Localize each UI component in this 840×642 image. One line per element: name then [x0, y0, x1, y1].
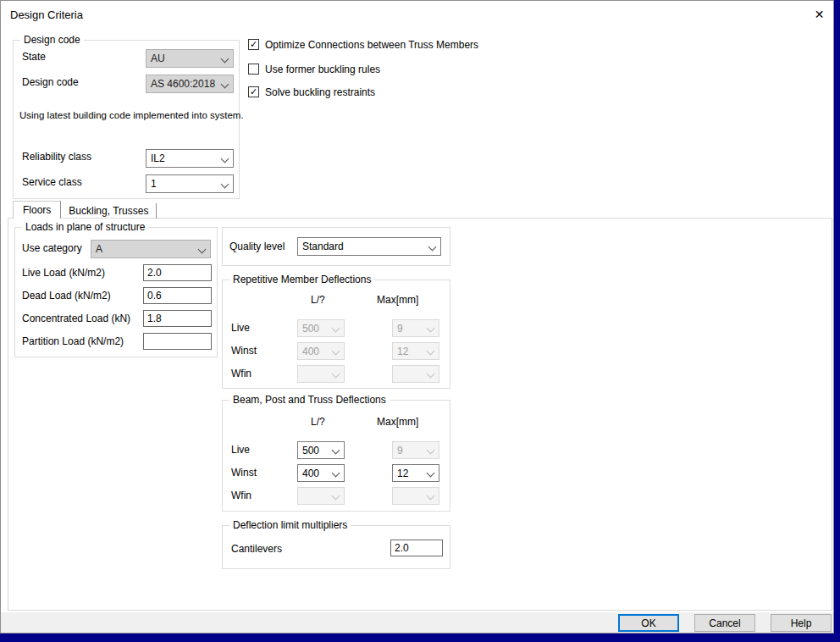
beam-wfin-label: Wfin [231, 490, 251, 501]
chevron-down-icon [428, 243, 437, 252]
checkbox-box: ✓ [248, 39, 259, 50]
beam-winst-l-value: 400 [302, 468, 319, 479]
beam-live-l-dropdown[interactable]: 500 [297, 441, 345, 459]
loads-group: Loads in plane of structure Use category… [14, 227, 218, 357]
repetitive-col-l-header: L/? [311, 294, 325, 306]
cantilevers-label: Cantilevers [231, 543, 282, 555]
service-class-dropdown[interactable]: 1 [146, 174, 234, 193]
service-class-label: Service class [22, 176, 82, 188]
checkbox-box [248, 64, 259, 75]
beam-winst-max-value: 12 [397, 468, 408, 479]
beam-deflections-group: Beam, Post and Truss Deflections L/? Max… [222, 400, 450, 512]
design-code-note: Using latest building code implemented i… [19, 110, 244, 120]
service-class-value: 1 [151, 178, 157, 190]
dead-load-input[interactable] [143, 287, 212, 304]
window-title: Design Criteria [10, 8, 83, 21]
multipliers-group-label: Deflection limit multipliers [229, 519, 351, 531]
quality-level-value: Standard [302, 241, 344, 252]
repetitive-winst-max-value: 12 [397, 346, 408, 357]
floors-tab-page: Loads in plane of structure Use category… [8, 218, 832, 611]
tab-buckling-trusses-label: Buckling, Trusses [69, 205, 148, 217]
repetitive-live-max-dropdown: 9 [392, 319, 439, 337]
checkmark-icon: ✓ [250, 87, 257, 97]
tab-buckling-trusses[interactable]: Buckling, Trusses [61, 203, 157, 219]
beam-winst-l-dropdown[interactable]: 400 [297, 464, 345, 482]
chevron-down-icon [332, 469, 340, 478]
chevron-down-icon [427, 469, 435, 478]
checkbox-box: ✓ [248, 86, 259, 97]
repetitive-winst-l-value: 400 [302, 346, 319, 357]
tab-floors[interactable]: Floors [13, 201, 61, 219]
beam-wfin-max-dropdown [392, 487, 439, 505]
titlebar: Design Criteria ✕ [1, 1, 833, 28]
state-value: AU [151, 53, 165, 64]
chevron-down-icon [427, 446, 435, 455]
reliability-class-value: IL2 [151, 152, 165, 164]
reliability-class-label: Reliability class [22, 151, 91, 163]
design-code-group-label: Design code [20, 34, 84, 46]
repetitive-live-max-value: 9 [397, 323, 403, 335]
reliability-class-dropdown[interactable]: IL2 [146, 149, 234, 168]
optimize-connections-checkbox[interactable]: ✓ Optimize Connections between Truss Mem… [248, 38, 478, 51]
beam-live-l-value: 500 [302, 445, 319, 457]
design-code-dropdown[interactable]: AS 4600:2018 [146, 75, 234, 93]
repetitive-deflections-group: Repetitive Member Deflections L/? Max[mm… [222, 279, 450, 389]
former-buckling-label: Use former buckling rules [265, 64, 380, 75]
repetitive-wfin-max-dropdown [392, 365, 439, 383]
design-code-value: AS 4600:2018 [151, 78, 215, 90]
quality-level-box: Quality level Standard [222, 227, 450, 266]
design-code-group: Design code State AU Design code AS 4600… [13, 40, 240, 199]
concentrated-load-label: Concentrated Load (kN) [22, 313, 130, 324]
help-button[interactable]: Help [771, 614, 832, 632]
chevron-down-icon [427, 324, 435, 333]
beam-group-label: Beam, Post and Truss Deflections [229, 394, 390, 406]
partition-load-input[interactable] [143, 333, 212, 350]
chevron-down-icon [427, 347, 435, 356]
beam-live-label: Live [231, 444, 250, 456]
beam-wfin-l-dropdown [297, 487, 345, 505]
chevron-down-icon [427, 370, 435, 379]
use-category-label: Use category [22, 242, 82, 254]
repetitive-group-label: Repetitive Member Deflections [229, 274, 374, 285]
quality-level-dropdown[interactable]: Standard [297, 237, 441, 256]
chevron-down-icon [221, 80, 229, 89]
repetitive-live-l-value: 500 [302, 323, 319, 335]
checkmark-icon: ✓ [250, 40, 257, 49]
tab-strip: Floors Buckling, Trusses [13, 201, 157, 219]
live-load-label: Live Load (kN/m2) [22, 267, 105, 279]
quality-level-label: Quality level [229, 241, 285, 252]
ok-button[interactable]: OK [618, 614, 679, 632]
repetitive-wfin-l-dropdown [297, 365, 345, 383]
chevron-down-icon [221, 55, 229, 64]
dialog-footer: OK Cancel Help [1, 612, 833, 633]
close-icon[interactable]: ✕ [805, 1, 833, 28]
beam-winst-max-dropdown[interactable]: 12 [392, 464, 439, 482]
beam-winst-label: Winst [231, 467, 257, 479]
chevron-down-icon [332, 446, 340, 455]
optimize-connections-label: Optimize Connections between Truss Membe… [265, 39, 478, 51]
design-code-label: Design code [22, 76, 79, 88]
chevron-down-icon [221, 180, 229, 189]
dead-load-label: Dead Load (kN/m2) [22, 290, 111, 302]
use-category-value: A [96, 243, 102, 255]
repetitive-wfin-label: Wfin [231, 368, 251, 379]
deflection-multipliers-group: Deflection limit multipliers Cantilevers [222, 525, 450, 569]
cantilevers-input[interactable] [390, 540, 443, 556]
live-load-input[interactable] [143, 264, 212, 281]
repetitive-col-max-header: Max[mm] [377, 294, 418, 306]
solve-restraints-label: Solve buckling restraints [265, 86, 375, 98]
former-buckling-checkbox[interactable]: Use former buckling rules [248, 63, 380, 75]
partition-load-label: Partition Load (kN/m2) [22, 335, 124, 347]
chevron-down-icon [221, 155, 229, 163]
state-dropdown[interactable]: AU [146, 49, 234, 68]
chevron-down-icon [332, 492, 340, 501]
chevron-down-icon [198, 246, 207, 254]
chevron-down-icon [332, 370, 340, 379]
solve-restraints-checkbox[interactable]: ✓ Solve buckling restraints [248, 86, 375, 98]
repetitive-live-label: Live [231, 322, 250, 334]
use-category-dropdown[interactable]: A [91, 240, 211, 258]
beam-live-max-dropdown: 9 [392, 441, 439, 459]
concentrated-load-input[interactable] [143, 310, 212, 327]
cancel-button[interactable]: Cancel [694, 614, 755, 632]
repetitive-winst-max-dropdown: 12 [392, 342, 439, 360]
